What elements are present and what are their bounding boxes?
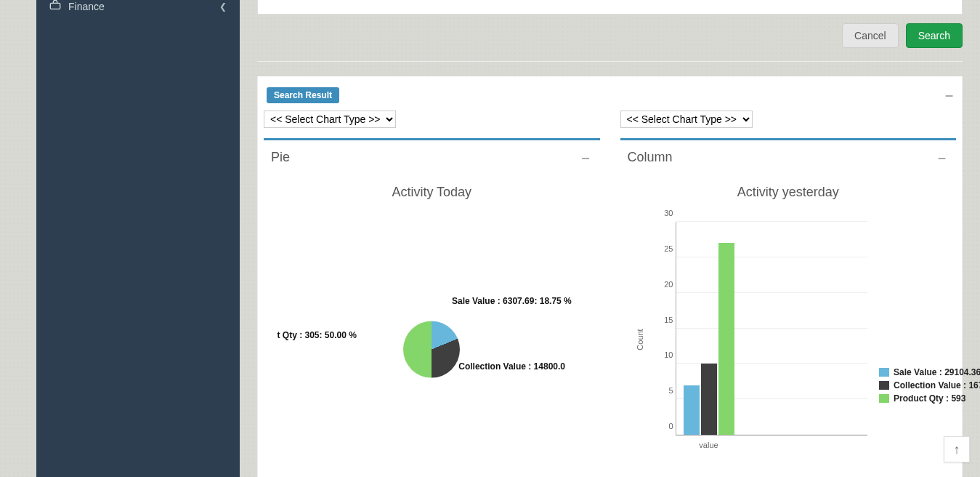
bar-collection (701, 364, 717, 435)
pie-chart-title: Activity Today (264, 172, 600, 207)
panel-collapse-icon[interactable]: – (942, 87, 956, 103)
search-result-panel: Search Result – << Select Chart Type >> … (257, 76, 963, 477)
panel-title-badge: Search Result (267, 87, 339, 103)
finance-icon (49, 0, 61, 12)
scroll-top-button[interactable]: ↑ (944, 436, 970, 462)
svg-rect-0 (50, 3, 60, 9)
chart-type-select-right[interactable]: << Select Chart Type >> (620, 111, 753, 128)
column-chart: Count 0 5 10 15 20 25 30 (649, 222, 867, 454)
right-chart-column: << Select Chart Type >> Column – Activit… (620, 111, 957, 469)
bar-sale (684, 385, 700, 435)
sidebar: Finance ❮ (36, 0, 240, 477)
divider (257, 61, 963, 62)
y-axis-label: Count (635, 329, 644, 350)
column-card: Column – Activity yesterday Count 0 5 (620, 138, 957, 469)
sidebar-item-finance[interactable]: Finance ❮ (36, 0, 240, 20)
pie-label-productqty: t Qty : 305: 50.00 % (278, 330, 357, 340)
column-chart-body: Count 0 5 10 15 20 25 30 (620, 207, 957, 469)
bar-productqty (718, 243, 734, 435)
filter-actions: Cancel Search (257, 15, 963, 57)
chevron-left-icon: ❮ (219, 1, 227, 12)
pie-label-collection: Collection Value : 14800.0 (458, 361, 565, 372)
chart-type-select-left[interactable]: << Select Chart Type >> (264, 111, 396, 128)
column-chart-title: Activity yesterday (620, 172, 957, 207)
card-title-pie: Pie (271, 150, 290, 165)
pie-card-collapse-icon[interactable]: – (578, 149, 592, 166)
plot-area: 0 5 10 15 20 25 30 (676, 222, 867, 436)
column-card-collapse-icon[interactable]: – (935, 149, 949, 166)
main-content: Cancel Search Search Result – << Select … (240, 0, 980, 477)
bars: value (676, 222, 867, 435)
filter-box (257, 0, 963, 15)
cancel-button[interactable]: Cancel (842, 23, 899, 48)
pie-chart-body: Sale Value : 6307.69: 18.75 % Collection… (264, 207, 600, 469)
search-button[interactable]: Search (906, 23, 963, 48)
pie-chart (403, 321, 460, 378)
swatch-green-icon (879, 394, 889, 403)
swatch-dark-icon (879, 381, 889, 390)
pie-label-sale: Sale Value : 6307.69: 18.75 % (452, 296, 572, 306)
left-chart-column: << Select Chart Type >> Pie – Activity T… (264, 111, 600, 469)
column-legend: Sale Value : 29104.36 Collection Value :… (879, 367, 980, 406)
pie-card: Pie – Activity Today Sale Value : 6307.6… (264, 138, 600, 469)
swatch-blue-icon (879, 368, 889, 377)
x-category-label: value (699, 441, 718, 449)
card-title-column: Column (628, 150, 673, 165)
sidebar-item-label: Finance (68, 1, 105, 12)
